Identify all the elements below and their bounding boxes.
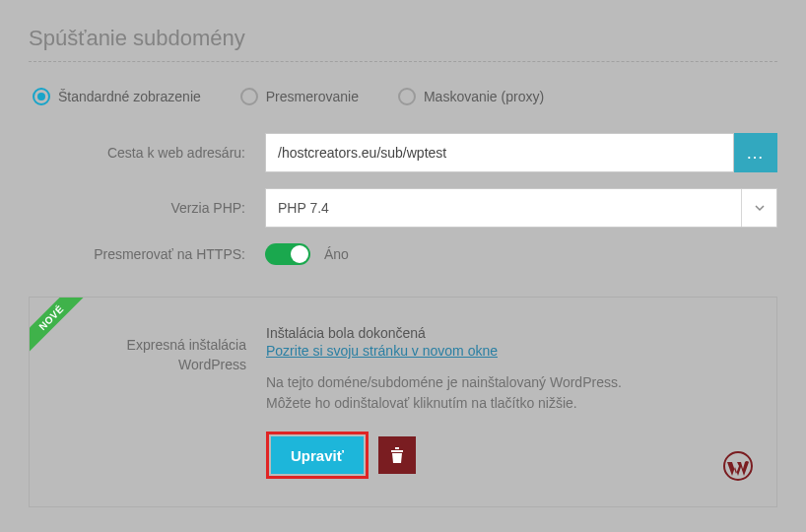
install-status: Inštalácia bola dokončená: [266, 325, 753, 341]
php-label: Verzia PHP:: [29, 200, 265, 216]
radio-standard[interactable]: Štandardné zobrazenie: [33, 88, 201, 105]
radio-label: Štandardné zobrazenie: [58, 89, 201, 104]
view-site-link[interactable]: Pozrite si svoju stránku v novom okne: [266, 343, 498, 359]
chevron-down-icon: [741, 189, 776, 227]
install-description: Na tejto doméne/subdoméne je nainštalova…: [266, 372, 753, 414]
uninstall-button[interactable]: [378, 436, 416, 474]
section-title: Spúšťanie subdomény: [29, 20, 777, 61]
edit-button[interactable]: Upraviť: [271, 436, 364, 474]
php-version-select[interactable]: PHP 7.4: [265, 188, 777, 228]
svg-rect-0: [391, 450, 403, 452]
trash-icon: [390, 447, 404, 463]
path-input[interactable]: [265, 133, 734, 172]
https-label: Presmerovať na HTTPS:: [29, 246, 265, 262]
ellipsis-icon: …: [746, 143, 766, 164]
radio-icon: [240, 88, 258, 105]
radio-icon: [398, 88, 416, 105]
path-label: Cesta k web adresáru:: [29, 145, 265, 161]
wordpress-install-box: NOVÉ Expresná inštalácia WordPress Inšta…: [29, 297, 777, 507]
wordpress-icon: [723, 451, 753, 481]
toggle-value: Áno: [324, 246, 349, 262]
browse-button[interactable]: …: [734, 133, 777, 172]
display-mode-radios: Štandardné zobrazenie Presmerovanie Mask…: [29, 88, 777, 105]
install-heading: Expresná inštalácia WordPress: [30, 325, 266, 479]
radio-proxy[interactable]: Maskovanie (proxy): [398, 88, 544, 105]
radio-label: Maskovanie (proxy): [424, 89, 544, 104]
divider: [29, 61, 777, 62]
select-value: PHP 7.4: [266, 200, 741, 216]
https-toggle[interactable]: [265, 243, 310, 265]
svg-rect-1: [395, 447, 399, 449]
radio-redirect[interactable]: Presmerovanie: [240, 88, 359, 105]
radio-icon: [33, 88, 50, 105]
radio-label: Presmerovanie: [266, 89, 359, 104]
highlight-frame: Upraviť: [266, 432, 369, 479]
